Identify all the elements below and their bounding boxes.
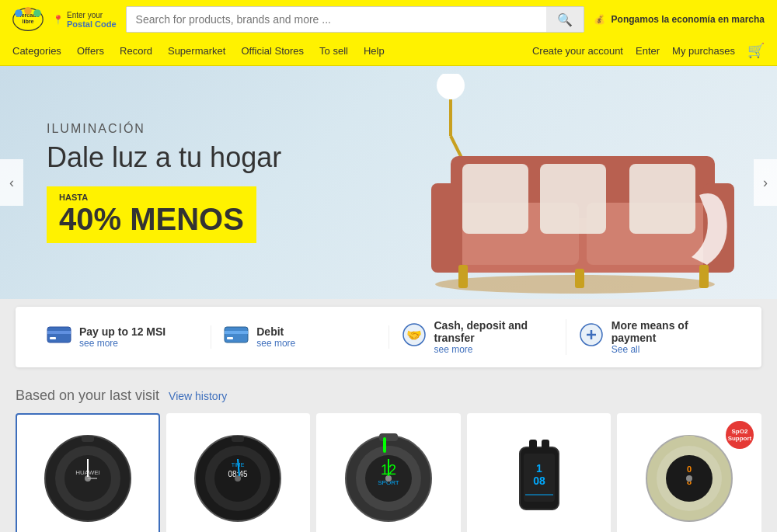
section-header: Based on your last visit View history [16, 388, 761, 404]
location-icon: 📍 [53, 15, 64, 25]
postal-code-area[interactable]: 📍 Enter your Postal Code [53, 11, 117, 29]
banner-badge: HASTA 40% MENOS [47, 186, 256, 243]
more-payment-icon [579, 322, 604, 352]
svg-rect-23 [629, 164, 695, 234]
payment-cash-link[interactable]: see more [434, 344, 553, 355]
payment-item-cash[interactable]: 🤝 Cash, deposit and transfer see more [389, 319, 566, 355]
svg-rect-25 [47, 331, 71, 334]
svg-point-72 [686, 475, 692, 482]
payment-more-text: More means of payment See all [611, 319, 730, 355]
nav-create-account[interactable]: Create your account [532, 45, 623, 57]
hero-banner: ‹ ILUMINACIÓN Dale luz a tu hogar HASTA … [0, 66, 777, 299]
nav-right: Create your account Enter My purchases 🛒 [532, 42, 765, 59]
product-image-1: HUAWEI [26, 424, 149, 532]
product-image-2: TIME08:45 [177, 424, 300, 532]
spo2-badge: SpO2Support [726, 421, 754, 449]
nav-official-stores[interactable]: Official Stores [241, 45, 304, 57]
product-card-3[interactable]: 12SPORT $ 799 42% OFF 12x $ 66.58 withou… [316, 413, 461, 532]
product-image-4: 108 [478, 424, 601, 532]
svg-text:1: 1 [536, 462, 542, 475]
payment-item-msi[interactable]: Pay up to 12 MSI see more [34, 325, 211, 349]
payment-bar: Pay up to 12 MSI see more Debit see more… [16, 307, 761, 367]
payment-item-more[interactable]: More means of payment See all [566, 319, 743, 355]
svg-point-56 [385, 475, 392, 482]
header-right: 💰 Pongamos la economía en marcha [594, 14, 765, 25]
payment-debit-title: Debit [256, 325, 295, 338]
product-card-5[interactable]: SpO2Support 08 $ 3,4843.4 48% OFF 12x $ … [617, 413, 761, 532]
svg-rect-18 [458, 265, 468, 288]
svg-rect-20 [699, 265, 709, 288]
svg-point-5 [33, 9, 41, 17]
nav-record[interactable]: Record [120, 45, 152, 57]
svg-text:🤝: 🤝 [406, 328, 422, 342]
svg-rect-24 [47, 327, 71, 342]
svg-rect-64 [525, 494, 553, 495]
nav-categories[interactable]: Categories [12, 45, 61, 57]
payment-cash-title: Cash, deposit and transfer [434, 319, 553, 344]
search-input[interactable] [127, 7, 546, 32]
debit-icon [224, 326, 249, 348]
nav-to-sell[interactable]: To sell [319, 45, 348, 57]
msi-icon [47, 326, 71, 348]
search-bar: 🔍 [126, 6, 584, 33]
svg-rect-26 [50, 337, 56, 339]
nav-offers[interactable]: Offers [77, 45, 104, 57]
svg-rect-19 [575, 269, 584, 288]
cart-icon[interactable]: 🛒 [747, 42, 765, 59]
nav-bar: Categories Offers Record Supermarket Off… [0, 39, 777, 66]
nav-my-purchases[interactable]: My purchases [672, 45, 735, 57]
payment-cash-text: Cash, deposit and transfer see more [434, 319, 553, 355]
banner-next-button[interactable]: › [754, 159, 777, 206]
recommendations-section: Based on your last visit View history HU… [0, 375, 777, 532]
product-grid: HUAWEI $ 3,49140 57% OFF 12x $ 290.95 wi… [16, 413, 761, 532]
svg-text:libre: libre [22, 18, 33, 25]
svg-rect-66 [542, 440, 549, 449]
postal-label: Enter your [67, 11, 117, 19]
header: mercado libre 📍 Enter your Postal Code 🔍… [0, 0, 777, 39]
nav-supermarket[interactable]: Supermarket [168, 45, 225, 57]
payment-debit-link[interactable]: see more [256, 338, 295, 349]
svg-rect-22 [540, 164, 606, 234]
svg-text:0: 0 [687, 464, 692, 474]
svg-text:08: 08 [533, 475, 545, 487]
banner-subtitle: ILUMINACIÓN [47, 122, 281, 136]
product-card-1[interactable]: HUAWEI $ 3,49140 57% OFF 12x $ 290.95 wi… [16, 413, 160, 532]
banner-content: ILUMINACIÓN Dale luz a tu hogar HASTA 40… [0, 91, 328, 274]
svg-rect-59 [383, 437, 386, 453]
svg-rect-21 [462, 164, 528, 234]
view-history-link[interactable]: View history [169, 390, 227, 402]
banner-title: Dale luz a tu hogar [47, 141, 281, 174]
nav-enter[interactable]: Enter [636, 45, 660, 57]
svg-rect-28 [225, 331, 248, 334]
svg-rect-50 [232, 436, 244, 442]
payment-debit-text: Debit see more [256, 325, 295, 349]
product-card-2[interactable]: TIME08:45 $ 3,741 one 50% OFF 12x $ 311.… [166, 413, 311, 532]
logo-icon: mercado libre [12, 7, 44, 32]
payment-more-title: More means of payment [611, 319, 730, 344]
payment-item-debit[interactable]: Debit see more [211, 325, 388, 349]
svg-rect-29 [227, 337, 233, 339]
payment-msi-link[interactable]: see more [79, 338, 166, 349]
svg-rect-73 [683, 436, 695, 442]
svg-rect-27 [225, 327, 248, 342]
product-card-4[interactable]: 108 $ 89779 52% OFF 12x $ 74.82 without … [467, 413, 611, 532]
sofa-decoration [420, 94, 746, 299]
svg-point-48 [235, 475, 241, 482]
payment-msi-title: Pay up to 12 MSI [79, 325, 166, 338]
postal-code-link[interactable]: Postal Code [67, 19, 117, 29]
promo-text: Pongamos la economía en marcha [611, 14, 765, 25]
section-title: Based on your last visit [16, 388, 159, 404]
svg-rect-65 [529, 440, 537, 449]
payment-more-link[interactable]: See all [611, 344, 730, 355]
search-button[interactable]: 🔍 [546, 7, 584, 32]
svg-rect-42 [82, 436, 94, 442]
svg-rect-16 [431, 183, 462, 273]
banner-badge-small: HASTA [59, 193, 244, 202]
svg-point-3 [15, 9, 23, 17]
promo-icon: 💰 [594, 14, 605, 25]
cash-icon: 🤝 [402, 322, 427, 352]
banner-badge-big: 40% MENOS [59, 202, 244, 236]
product-image-3: 12SPORT [327, 424, 450, 532]
logo[interactable]: mercado libre [12, 7, 44, 32]
nav-help[interactable]: Help [364, 45, 385, 57]
